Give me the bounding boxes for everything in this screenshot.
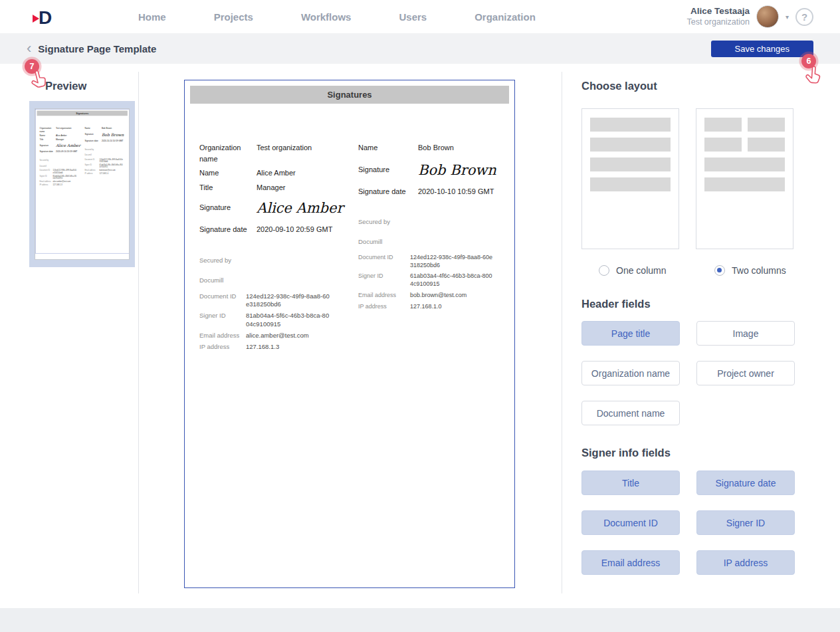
page-title: Signature Page Template — [38, 43, 156, 54]
signature-date-row: Signature date 2020-10-10 10:59 GMT — [358, 186, 508, 197]
placeholder-bar — [590, 158, 671, 171]
signature-script: Alice Amber — [257, 201, 343, 216]
document-columns: Organization name Test organization Name… — [35, 117, 129, 187]
chevron-down-icon[interactable]: ▾ — [786, 13, 789, 21]
nav-item-users[interactable]: Users — [399, 11, 427, 23]
radio-one-column[interactable]: One column — [599, 265, 666, 276]
field-chip-document-id[interactable]: Document ID — [581, 510, 680, 535]
field-chip-title[interactable]: Title — [581, 471, 680, 495]
meta-row: IP address 127.168.1.3 — [199, 343, 358, 351]
field-value: Manager — [257, 182, 285, 193]
layout-cards — [581, 108, 793, 249]
meta-label: IP address — [199, 343, 246, 351]
signature-row: Signature Alice Amber — [199, 202, 358, 216]
meta-value: alice.amber@test.com — [246, 332, 309, 340]
signer-fields-heading: Signer info fields — [581, 447, 671, 459]
meta-rows: Document ID 124ed122-938c-49f9-8aa8-60e3… — [199, 292, 358, 352]
meta-row: Email address bob.brown@test.com — [84, 169, 127, 171]
field-value: Bob Brown — [102, 127, 112, 130]
field-label: Title — [40, 138, 56, 142]
field-label: Name — [40, 134, 56, 137]
radio-icon-one-column[interactable] — [599, 265, 609, 276]
meta-rows: Document ID 124ed122-938c-49f9-8aa8-60e3… — [40, 169, 85, 186]
field-value: 2020-09-10 20:59 GMT — [257, 224, 332, 235]
meta-value: 127.168.1.3 — [52, 184, 62, 187]
placeholder-bar — [704, 138, 742, 152]
meta-row: IP address 127.168.1.3 — [40, 184, 85, 187]
meta-value: 61ab03a4-4f6c-46b3-b8ca-8004c9100915 — [410, 272, 495, 288]
nav-item-workflows[interactable]: Workflows — [301, 11, 352, 23]
signature-date-row: Signature date 2020-09-10 20:59 GMT — [40, 150, 85, 154]
meta-label: Document ID — [84, 158, 99, 163]
meta-label: IP address — [40, 184, 53, 187]
meta-value: 127.168.1.0 — [100, 172, 109, 174]
field-chip-image[interactable]: Image — [696, 321, 795, 346]
layout-option-two-columns[interactable] — [696, 108, 793, 249]
signer-block-right: Name Bob Brown Signature Bob Brown Signa… — [358, 142, 508, 355]
preview-thumbnail[interactable]: Signatures Organization name Test organi… — [29, 101, 135, 267]
user-menu[interactable]: Alice Testaaja Test organization ▾ — [686, 5, 789, 28]
field-chip-project-owner[interactable]: Project owner — [696, 361, 795, 385]
field-label: Name — [358, 142, 418, 154]
field-chip-ip-address[interactable]: IP address — [696, 550, 795, 575]
meta-value: 81ab04a4-5f6c-46b3-b8ca-8004c9100915 — [52, 175, 76, 179]
secured-by-label: Secured by — [40, 159, 85, 161]
meta-value: 124ed122-938c-49f9-8aa8-60e318250bd6 — [100, 158, 124, 163]
top-navbar: D Home Projects Workflows Users Organiza… — [0, 0, 840, 33]
signature-row: Signature Bob Brown — [358, 164, 508, 178]
meta-label: Email address — [358, 292, 410, 300]
field-label: Organization name — [40, 127, 56, 133]
layout-option-one-column[interactable] — [581, 108, 679, 249]
save-changes-button[interactable]: Save changes — [711, 41, 813, 57]
field-chip-organization-name[interactable]: Organization name — [581, 361, 680, 385]
radio-label: One column — [616, 265, 666, 276]
field-chip-page-title[interactable]: Page title — [581, 321, 680, 346]
field-label: Name — [84, 127, 102, 130]
field-chip-email-address[interactable]: Email address — [581, 550, 680, 575]
nav-item-home[interactable]: Home — [138, 11, 166, 23]
meta-label: Signer ID — [84, 163, 99, 168]
back-chevron-icon[interactable]: ‹ — [27, 41, 31, 56]
user-organization: Test organization — [686, 17, 750, 28]
signature-script: Alice Amber — [56, 144, 80, 148]
page: D Home Projects Workflows Users Organiza… — [0, 0, 840, 632]
field-value: Alice Amber — [56, 134, 67, 137]
radio-two-columns[interactable]: Two columns — [714, 265, 786, 276]
provider-label: Documill — [84, 154, 127, 156]
nav-item-organization[interactable]: Organization — [474, 11, 536, 23]
field-chip-document-name[interactable]: Document name — [581, 401, 680, 425]
meta-value: 124ed122-938c-49f9-8aa8-60e318250bd6 — [410, 254, 495, 269]
meta-label: Document ID — [199, 292, 246, 309]
field-row: Name Bob Brown — [358, 142, 508, 154]
documill-logo-icon: D — [29, 6, 58, 27]
main-nav: Home Projects Workflows Users Organizati… — [138, 0, 536, 33]
placeholder-bar — [590, 118, 671, 132]
meta-value: 127.168.1.3 — [246, 343, 279, 351]
signature-date-row: Signature date 2020-09-10 20:59 GMT — [199, 224, 358, 235]
provider-label: Documill — [199, 276, 358, 284]
meta-label: Email address — [199, 332, 246, 340]
field-chip-signer-id[interactable]: Signer ID — [696, 510, 795, 535]
placeholder-bar — [748, 118, 785, 132]
meta-row: Signer ID 61ab03a4-4f6c-46b3-b8ca-8004c9… — [358, 272, 508, 288]
brand-logo[interactable]: D — [29, 6, 58, 27]
radio-icon-two-columns[interactable] — [714, 265, 725, 276]
field-label: Signature — [40, 144, 56, 148]
field-row: Title Manager — [40, 138, 85, 142]
nav-item-projects[interactable]: Projects — [214, 11, 253, 23]
field-row: Title Manager — [199, 182, 358, 193]
avatar[interactable] — [756, 5, 779, 28]
help-button[interactable]: ? — [795, 8, 813, 26]
document-title: Signatures — [190, 86, 509, 104]
divider — [562, 72, 562, 593]
meta-rows: Document ID 124ed122-938c-49f9-8aa8-60e3… — [84, 158, 127, 174]
meta-label: Email address — [40, 181, 53, 183]
field-label: Signature date — [358, 186, 418, 197]
field-label: Title — [199, 182, 257, 193]
field-chip-signature-date[interactable]: Signature date — [696, 471, 795, 495]
signer-block-right: Name Bob Brown Signature Bob Brown Signa… — [84, 127, 127, 187]
settings-pane: Choose layout — [581, 64, 813, 608]
provider-label: Documill — [358, 238, 508, 245]
field-label: Signature date — [199, 224, 257, 235]
meta-row: Document ID 124ed122-938c-49f9-8aa8-60e3… — [358, 254, 508, 269]
